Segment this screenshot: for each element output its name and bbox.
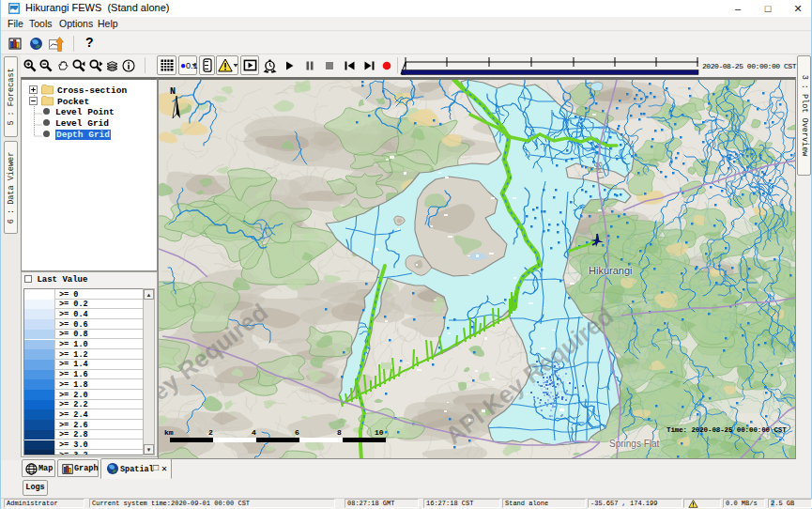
svg-text:2: 2 (208, 428, 213, 437)
svg-text:km: km (164, 428, 174, 437)
svg-text:4: 4 (252, 428, 256, 437)
svg-text:10: 10 (375, 428, 384, 437)
svg-text:6: 6 (295, 428, 299, 437)
svg-text:N: N (170, 86, 176, 97)
svg-text:8: 8 (337, 428, 342, 437)
